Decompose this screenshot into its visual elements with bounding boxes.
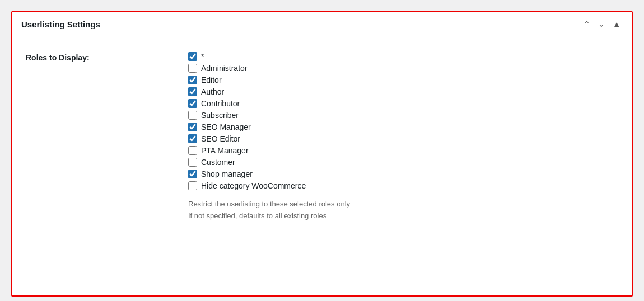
checkbox-item-role_hide_woo[interactable]: Hide category WooCommerce xyxy=(188,181,350,190)
collapse-up-button[interactable]: ⌃ xyxy=(581,19,592,29)
checkbox-label-role_star: * xyxy=(201,52,204,61)
checkbox-role_contrib[interactable] xyxy=(188,99,197,108)
collapse-down-button[interactable]: ⌄ xyxy=(596,19,607,29)
checkbox-role_pta_mgr[interactable] xyxy=(188,146,197,155)
panel-title: Userlisting Settings xyxy=(21,20,100,29)
checkbox-label-role_author: Author xyxy=(201,87,224,96)
checkbox-role_shop_mgr[interactable] xyxy=(188,170,197,178)
panel-header: Userlisting Settings ⌃ ⌄ ▲ xyxy=(12,12,632,36)
checkbox-item-role_admin[interactable]: Administrator xyxy=(188,64,350,73)
userlisting-settings-panel: Userlisting Settings ⌃ ⌄ ▲ Roles to Disp… xyxy=(11,11,633,297)
checkbox-label-role_seo_edit: SEO Editor xyxy=(201,134,240,143)
checkbox-role_admin[interactable] xyxy=(188,64,197,73)
checkbox-label-role_editor: Editor xyxy=(201,76,222,84)
checkbox-role_sub[interactable] xyxy=(188,111,197,120)
panel-body: Roles to Display: *AdministratorEditorAu… xyxy=(12,36,632,233)
checkbox-label-role_contrib: Contributor xyxy=(201,99,240,108)
checkbox-role_customer[interactable] xyxy=(188,158,197,167)
checkbox-item-role_author[interactable]: Author xyxy=(188,87,350,96)
checkbox-item-role_customer[interactable]: Customer xyxy=(188,158,350,167)
expand-button[interactable]: ▲ xyxy=(610,19,623,29)
checkbox-role_seo_edit[interactable] xyxy=(188,134,197,143)
checkbox-item-role_star[interactable]: * xyxy=(188,52,350,61)
checkbox-role_author[interactable] xyxy=(188,87,197,96)
checkbox-item-role_shop_mgr[interactable]: Shop manager xyxy=(188,170,350,178)
checkbox-item-role_contrib[interactable]: Contributor xyxy=(188,99,350,108)
roles-checkboxes: *AdministratorEditorAuthorContributorSub… xyxy=(188,52,350,222)
checkbox-item-role_seo_mgr[interactable]: SEO Manager xyxy=(188,123,350,131)
checkbox-label-role_seo_mgr: SEO Manager xyxy=(201,123,251,131)
checkbox-label-role_admin: Administrator xyxy=(201,64,247,73)
checkbox-role_star[interactable] xyxy=(188,52,197,61)
checkbox-item-role_editor[interactable]: Editor xyxy=(188,76,350,84)
checkbox-item-role_pta_mgr[interactable]: PTA Manager xyxy=(188,146,350,155)
checkbox-role_hide_woo[interactable] xyxy=(188,181,197,190)
checkbox-label-role_customer: Customer xyxy=(201,158,235,167)
checkbox-label-role_shop_mgr: Shop manager xyxy=(201,170,253,178)
hint-text: Restrict the userlisting to these select… xyxy=(188,199,350,222)
checkbox-role_editor[interactable] xyxy=(188,76,197,84)
roles-field-row: Roles to Display: *AdministratorEditorAu… xyxy=(26,52,618,222)
checkbox-label-role_pta_mgr: PTA Manager xyxy=(201,146,249,155)
roles-label: Roles to Display: xyxy=(26,52,188,62)
checkbox-item-role_sub[interactable]: Subscriber xyxy=(188,111,350,120)
checkbox-label-role_hide_woo: Hide category WooCommerce xyxy=(201,181,306,190)
checkbox-item-role_seo_edit[interactable]: SEO Editor xyxy=(188,134,350,143)
checkbox-role_seo_mgr[interactable] xyxy=(188,123,197,131)
header-controls: ⌃ ⌄ ▲ xyxy=(581,19,623,29)
checkbox-label-role_sub: Subscriber xyxy=(201,111,239,120)
